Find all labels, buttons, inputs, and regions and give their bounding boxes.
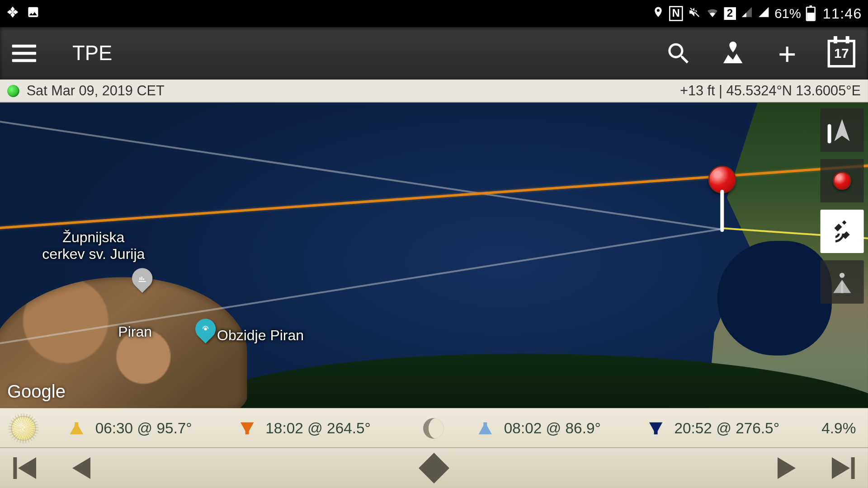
app-title: TPE <box>72 42 112 65</box>
ephemeris-bar[interactable]: 06:30 @ 95.7° 18:02 @ 264.5° 08:02 @ 86.… <box>0 408 868 448</box>
location-icon <box>652 6 664 22</box>
signal-2-icon <box>758 6 770 22</box>
info-strip: Sat Mar 09, 2019 CET +13 ft | 45.5324°N … <box>0 80 868 103</box>
sunrise-arrow-icon <box>70 422 83 434</box>
menu-button[interactable] <box>12 45 36 62</box>
poi-marker-wall[interactable] <box>195 319 216 345</box>
moon-illumination: 4.9% <box>821 419 856 437</box>
moon-group: 08:02 @ 86.9° 20:52 @ 276.5° 4.9% <box>423 418 856 438</box>
app-toolbar: TPE + 17 <box>0 27 868 80</box>
time-nav-bar <box>0 448 868 488</box>
date-label[interactable]: Sat Mar 09, 2019 CET <box>27 83 165 99</box>
sim-icon: 2 <box>724 7 736 20</box>
add-button[interactable]: + <box>773 39 802 68</box>
poi-marker-church[interactable] <box>132 268 152 295</box>
battery-icon <box>806 6 816 21</box>
mute-icon <box>688 5 701 22</box>
moon-icon <box>423 418 443 438</box>
status-dot-icon <box>7 84 19 97</box>
streetview-button[interactable] <box>821 260 864 304</box>
sunset-arrow-icon <box>240 422 253 434</box>
sunrise-value: 06:30 @ 95.7° <box>95 419 192 437</box>
moonrise-value: 08:02 @ 86.9° <box>504 419 601 437</box>
photos-icon <box>6 5 19 22</box>
svg-point-1 <box>840 273 844 278</box>
calendar-button[interactable]: 17 <box>827 39 856 68</box>
moonset-value: 20:52 @ 276.5° <box>674 419 779 437</box>
locations-button[interactable] <box>718 39 747 68</box>
map-view[interactable]: Župnijska cerkev sv. Jurija Piran Obzidj… <box>0 103 868 408</box>
image-icon <box>27 5 40 22</box>
next-button[interactable] <box>778 457 796 479</box>
sun-group: 06:30 @ 95.7° 18:02 @ 264.5° <box>12 417 371 440</box>
coordinates-label[interactable]: +13 ft | 45.5324°N 13.6005°E <box>680 83 861 99</box>
moonset-arrow-icon <box>649 422 662 434</box>
primary-location-pin[interactable] <box>708 166 736 193</box>
satellite-layer-button[interactable] <box>821 210 864 253</box>
signal-1-icon <box>741 6 753 22</box>
battery-percent: 61% <box>774 6 801 22</box>
nfc-icon: N <box>669 6 683 21</box>
svg-point-0 <box>204 328 207 330</box>
google-attribution: Google <box>7 381 66 402</box>
map-label-piran: Piran <box>118 324 152 340</box>
map-label-church: Župnijska cerkev sv. Jurija <box>42 229 145 263</box>
last-button[interactable] <box>832 457 855 479</box>
now-button[interactable] <box>419 453 449 483</box>
prev-button[interactable] <box>72 457 90 479</box>
first-button[interactable] <box>13 457 36 479</box>
android-status-bar: N 2 61% 11:46 <box>0 0 868 27</box>
compass-button[interactable] <box>821 108 864 152</box>
clock: 11:46 <box>823 5 862 22</box>
wifi-icon <box>706 5 719 22</box>
moonrise-arrow-icon <box>479 422 492 434</box>
sun-icon <box>12 417 35 440</box>
search-button[interactable] <box>664 39 693 68</box>
calendar-day: 17 <box>834 46 849 61</box>
recenter-pin-button[interactable] <box>821 159 864 202</box>
map-label-wall: Obzidje Piran <box>217 327 304 344</box>
sunset-value: 18:02 @ 264.5° <box>265 419 371 437</box>
